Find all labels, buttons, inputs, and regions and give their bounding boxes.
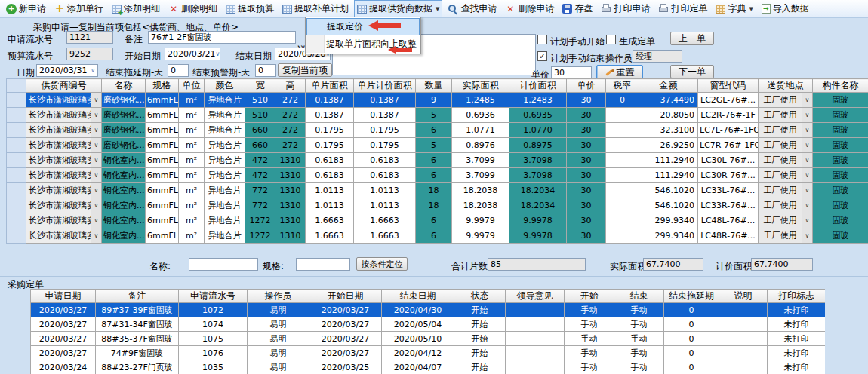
cell[interactable]: 钢化室内... xyxy=(102,198,146,213)
cell[interactable]: 772 xyxy=(245,198,275,213)
delivery-cell[interactable]: 工厂使用∨ xyxy=(759,213,813,228)
cell[interactable]: 88#35-37F窗固玻 xyxy=(96,332,179,346)
table-row[interactable]: 长沙市潇湘玻璃实...∨钢化室内...6mmFLE...m²异地合片472131… xyxy=(7,168,868,183)
cell[interactable]: 20.8050 xyxy=(639,108,698,123)
cell[interactable]: 18.2038 xyxy=(452,183,509,198)
cell[interactable]: 异地合片 xyxy=(205,183,245,198)
cell[interactable]: 6mmFLE... xyxy=(146,138,179,153)
cell[interactable]: 111.2940 xyxy=(639,168,698,183)
cell[interactable]: 1.2483 xyxy=(509,93,567,108)
table-row[interactable]: 长沙市潇湘玻璃实...∨钢化室内...6mmFLE...m²异地合片772131… xyxy=(7,183,868,198)
table-row[interactable]: 长沙市潇湘玻璃实...∨磨砂钢化...6mmFLE...m²异地合片510272… xyxy=(7,108,868,123)
cell[interactable]: 固玻 xyxy=(813,213,868,228)
cell[interactable] xyxy=(606,168,639,183)
table-row[interactable]: 2020/03/2789#37-39F窗固玻1072易明2020/03/2720… xyxy=(31,303,826,317)
cell[interactable]: 2020/03/27 xyxy=(31,332,96,346)
cell[interactable]: 0.1387 xyxy=(306,93,354,108)
cell[interactable]: 660 xyxy=(245,123,275,138)
cell[interactable]: 30 xyxy=(567,108,606,123)
delivery-cell[interactable]: 工厂使用∨ xyxy=(759,93,813,108)
cell[interactable]: 1310 xyxy=(275,183,306,198)
cell[interactable] xyxy=(606,153,639,168)
cell[interactable]: 2020/05/10 xyxy=(382,332,454,346)
column-header[interactable]: 单片面积 xyxy=(306,79,354,93)
cell[interactable]: 30 xyxy=(567,138,606,153)
supplier-dropdown-icon[interactable]: ∨ xyxy=(91,93,101,107)
cell[interactable]: 1.6663 xyxy=(306,213,354,228)
cell[interactable] xyxy=(606,138,639,153)
supplier-dropdown-icon[interactable]: ∨ xyxy=(91,138,101,152)
cell[interactable]: 18 xyxy=(416,183,452,198)
cell[interactable]: LC2R-76#-1F xyxy=(698,108,759,123)
cell[interactable]: 0.6936 xyxy=(452,108,509,123)
cell[interactable]: 9.9979 xyxy=(452,213,509,228)
delivery-dropdown-icon[interactable]: ∨ xyxy=(802,213,812,228)
chevron-down-icon[interactable]: ∨ xyxy=(91,67,95,74)
spec-filter-input[interactable] xyxy=(296,258,350,271)
column-header[interactable]: 实际面积 xyxy=(452,79,509,93)
column-header[interactable]: 申请日期 xyxy=(31,290,96,303)
name-filter-input[interactable] xyxy=(189,258,258,271)
cell[interactable]: LC7L-76#-1FO xyxy=(698,123,759,138)
cell[interactable]: 2020/05/04 xyxy=(382,317,454,332)
toolbar-button-dictionary[interactable]: 字典▼ xyxy=(713,0,756,17)
cell[interactable]: 手动 xyxy=(565,360,614,374)
cell[interactable]: m² xyxy=(179,123,205,138)
table-row[interactable]: 长沙市潇湘玻璃实...∨钢化室内...6mmFLE...m²异地合片472131… xyxy=(7,153,868,168)
cell[interactable]: 272 xyxy=(275,138,306,153)
cell[interactable] xyxy=(719,303,768,317)
cell[interactable]: 0 xyxy=(664,346,719,360)
cell[interactable]: 2020/03/24 xyxy=(31,360,96,374)
cell[interactable]: m² xyxy=(179,93,205,108)
cell[interactable]: 6mmFLE... xyxy=(146,93,179,108)
cell[interactable]: 固玻 xyxy=(813,228,868,244)
cell[interactable]: 6mmFLE... xyxy=(146,213,179,228)
column-header[interactable]: 名称 xyxy=(102,79,146,93)
cell[interactable]: 手动 xyxy=(565,303,614,317)
cell[interactable]: 6mmFLE... xyxy=(146,183,179,198)
cell[interactable] xyxy=(506,332,565,346)
cell[interactable] xyxy=(719,317,768,332)
delivery-cell[interactable]: 工厂使用∨ xyxy=(759,123,813,138)
supplier-cell[interactable]: 长沙市潇湘玻璃实...∨ xyxy=(26,138,102,153)
cell[interactable]: 6mmFLE... xyxy=(146,228,179,244)
cell[interactable]: 0.6183 xyxy=(354,153,416,168)
cell[interactable]: 6mmFLE... xyxy=(146,153,179,168)
cell[interactable]: 9.9979 xyxy=(452,228,509,244)
cell[interactable] xyxy=(506,317,565,332)
end-delay-field[interactable]: 0 xyxy=(168,64,189,77)
cell[interactable]: m² xyxy=(179,138,205,153)
cell[interactable]: 6 xyxy=(416,213,452,228)
cell[interactable]: 89#37-39F窗固玻 xyxy=(96,303,179,317)
cell[interactable]: 钢化室内... xyxy=(102,153,146,168)
cell[interactable]: 87#31-34F窗固玻 xyxy=(96,317,179,332)
cell[interactable]: 30 xyxy=(567,168,606,183)
toolbar-button-print-order[interactable]: 打印定单 xyxy=(655,0,710,17)
cell[interactable]: 6mmFLE... xyxy=(146,123,179,138)
column-header[interactable]: 操作员 xyxy=(248,290,309,303)
cell[interactable]: 2020/03/27 xyxy=(31,303,96,317)
generate-order-checkbox[interactable] xyxy=(606,35,616,44)
cell[interactable]: 1.6663 xyxy=(354,228,416,244)
cell[interactable]: 660 xyxy=(245,138,275,153)
delivery-cell[interactable]: 工厂使用∨ xyxy=(759,168,813,183)
toolbar-button-new-request[interactable]: +新申请 xyxy=(3,0,49,17)
cell[interactable]: 磨砂钢化... xyxy=(102,93,146,108)
cell[interactable]: 111.2940 xyxy=(639,153,698,168)
cell[interactable]: 2020/03/27 xyxy=(309,303,382,317)
cell[interactable]: m² xyxy=(179,168,205,183)
cell[interactable] xyxy=(606,198,639,213)
delivery-dropdown-icon[interactable]: ∨ xyxy=(802,168,812,182)
menu-item-extract-pricing[interactable]: 提取定价 xyxy=(306,18,420,35)
cell[interactable]: 3.7099 xyxy=(452,168,509,183)
cell[interactable]: 异地合片 xyxy=(205,153,245,168)
cell[interactable]: 易明 xyxy=(248,317,309,332)
cell[interactable]: 手动 xyxy=(614,332,664,346)
cell[interactable]: 开始 xyxy=(454,346,506,360)
delivery-dropdown-icon[interactable]: ∨ xyxy=(802,198,812,213)
cell[interactable]: 6 xyxy=(416,228,452,244)
cell[interactable]: LC7R-76#-1FO xyxy=(698,138,759,153)
cell[interactable]: 5 xyxy=(416,138,452,153)
toolbar-button-delete-detail[interactable]: ✕删除明细 xyxy=(165,0,220,17)
cell[interactable]: 6 xyxy=(416,123,452,138)
